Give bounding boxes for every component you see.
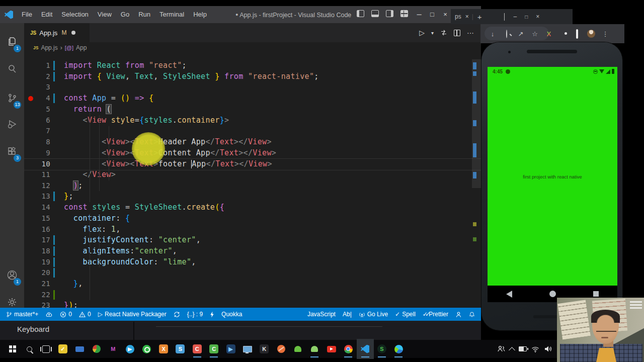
menu-edit[interactable]: Edit (37, 6, 57, 23)
zoom-icon[interactable] (500, 30, 514, 38)
taskbar-whatsapp[interactable] (141, 342, 152, 356)
taskbar-app-c-green[interactable]: C (208, 342, 219, 356)
taskbar-browser-app[interactable] (393, 342, 404, 356)
taskbar-app-orange[interactable] (276, 342, 287, 356)
code-line-11[interactable]: 11 </View> (24, 169, 481, 180)
statusbar-item-react-native-packager[interactable]: ▷React Native Packager (98, 311, 167, 318)
statusbar-item-go-live[interactable]: Go Live (359, 311, 388, 318)
code-line-16[interactable]: 16 flex: 1, (24, 224, 481, 235)
nav-home-icon[interactable] (549, 291, 556, 297)
toggle-panel-icon[interactable] (371, 10, 379, 17)
code-line-8[interactable]: 8 <View><Text>Header App</Text></View> (24, 137, 481, 148)
breadcrumb-file[interactable]: App.js (41, 44, 57, 51)
taskbar-vscode[interactable] (360, 342, 371, 356)
code-line-9[interactable]: 9 <View><Text>Content App</Text></View> (24, 148, 481, 159)
tab-appjs[interactable]: JS App.js M (24, 23, 90, 42)
maximize-button[interactable]: □ (426, 6, 439, 23)
unsaved-dot-icon[interactable] (71, 31, 75, 35)
code-line-17[interactable]: 17 justifyContent: "center", (24, 235, 481, 246)
people-icon[interactable] (497, 345, 505, 352)
overview-ruler[interactable] (472, 53, 481, 309)
statusbar-item-spell[interactable]: ✓Spell (395, 311, 416, 318)
chrome-maximize-button[interactable]: □ (525, 14, 528, 20)
customize-layout-icon[interactable] (400, 10, 408, 17)
taskbar-android-studio[interactable] (292, 342, 303, 356)
nav-back-icon[interactable] (506, 291, 512, 298)
taskbar-app-s-circle[interactable]: S (376, 342, 387, 356)
chrome-menu-icon[interactable]: ⋮ (598, 30, 612, 38)
chrome-minimize-button[interactable]: – (514, 13, 517, 20)
run-debug-icon[interactable] (0, 113, 24, 136)
chrome-close-button[interactable]: × (536, 13, 539, 20)
code-editor[interactable]: 1import React from "react";2import { Vie… (24, 53, 481, 309)
hidden-icons-chevron[interactable] (509, 347, 515, 353)
more-actions-icon[interactable]: ··· (467, 29, 474, 37)
nav-recents-icon[interactable] (593, 291, 599, 297)
minimize-button[interactable]: ─ (413, 6, 426, 23)
taskbar-app-k[interactable]: K (259, 342, 270, 356)
code-line-4[interactable]: 4const App = () => { (24, 93, 481, 104)
tray-wifi-icon[interactable] (531, 346, 539, 352)
download-icon[interactable]: ↓ (486, 30, 500, 38)
statusbar-item-master-[interactable]: master*+ (6, 311, 38, 318)
code-line-21[interactable]: 21 }, (24, 279, 481, 290)
code-line-15[interactable]: 15 container: { (24, 213, 481, 224)
code-line-6[interactable]: 6 <View style={styles.container}> (24, 115, 481, 126)
tray-speaker-icon[interactable] (544, 345, 552, 352)
run-button[interactable]: ▷ (419, 29, 425, 37)
share-icon[interactable]: ↗ (514, 30, 528, 38)
taskbar-app-c-red[interactable]: C (192, 342, 203, 356)
taskbar-search[interactable] (24, 342, 35, 356)
statusbar-item-javascript[interactable]: JavaScript (307, 311, 336, 318)
statusbar-item[interactable] (45, 311, 53, 317)
chrome-chevron-down-icon[interactable] (504, 13, 505, 21)
code-line-3[interactable]: 3 (24, 82, 481, 93)
code-line-10[interactable]: 10 <View><Text>footer App</Text></View> (24, 158, 481, 170)
code-line-12[interactable]: 12 ); (24, 180, 481, 192)
taskbar-sticky-notes[interactable]: ✓ (57, 342, 68, 356)
code-line-19[interactable]: 19 backgroundColor: "lime", (24, 257, 481, 268)
taskbar-telegram[interactable] (124, 342, 135, 356)
statusbar-item--9[interactable]: {..} : 9 (187, 311, 203, 318)
chrome-tab-close-icon[interactable]: × (465, 13, 469, 20)
code-line-14[interactable]: 14const styles = StyleSheet.create({ (24, 202, 481, 213)
taskbar-android-emulator[interactable] (309, 342, 320, 356)
breadcrumb-symbol[interactable]: App (76, 44, 87, 51)
statusbar-item-ab-[interactable]: Ab| (343, 311, 352, 318)
menu-file[interactable]: File (17, 6, 37, 23)
source-control-icon[interactable]: 13 (0, 86, 24, 110)
taskbar-start[interactable] (7, 342, 18, 356)
extension-square-icon[interactable] (570, 30, 584, 38)
statusbar-item-prettier[interactable]: ✓✓ Prettier (423, 311, 448, 318)
statusbar-item-0[interactable]: 0 (60, 311, 72, 318)
chrome-tab-label[interactable]: ps (455, 13, 461, 20)
code-line-5[interactable]: 5 return ( (24, 104, 481, 115)
statusbar-item-quokka[interactable]: Quokka (221, 311, 242, 318)
taskbar-task-view[interactable] (40, 342, 51, 356)
tray-battery-icon[interactable] (519, 346, 527, 351)
code-line-1[interactable]: 1import React from "react"; (24, 60, 481, 71)
statusbar-item[interactable] (210, 311, 214, 318)
close-button[interactable]: × (439, 6, 452, 23)
menu-terminal[interactable]: Terminal (155, 6, 189, 23)
code-line-2[interactable]: 2import { View, Text, StyleSheet } from … (24, 71, 481, 82)
taskbar-app-m[interactable]: M (108, 342, 119, 356)
taskbar-chrome[interactable] (343, 342, 354, 356)
statusbar-item[interactable] (455, 311, 462, 318)
taskbar-xampp[interactable]: X (158, 342, 169, 356)
compare-changes-icon[interactable] (440, 29, 447, 36)
taskbar-display-app[interactable] (242, 342, 253, 356)
taskbar-touch-keyboard[interactable] (74, 342, 85, 356)
account-icon[interactable]: 1 (0, 263, 24, 287)
code-line-18[interactable]: 18 alignItems:"center", (24, 246, 481, 257)
explorer-icon[interactable]: 1 (0, 30, 24, 53)
breadcrumb[interactable]: JS App.js › [@] App (24, 42, 481, 53)
taskbar-app-s-blue[interactable]: S (175, 342, 186, 356)
phone-screen[interactable]: 4:45 first project with react native (488, 67, 617, 286)
chrome-new-tab-button[interactable]: + (477, 13, 482, 21)
bookmark-star-icon[interactable]: ☆ (528, 30, 542, 38)
toggle-sidebar-icon[interactable] (357, 10, 364, 17)
code-line-13[interactable]: 13}; (24, 191, 481, 202)
menu-go[interactable]: Go (116, 6, 134, 23)
statusbar-item[interactable] (174, 311, 180, 318)
